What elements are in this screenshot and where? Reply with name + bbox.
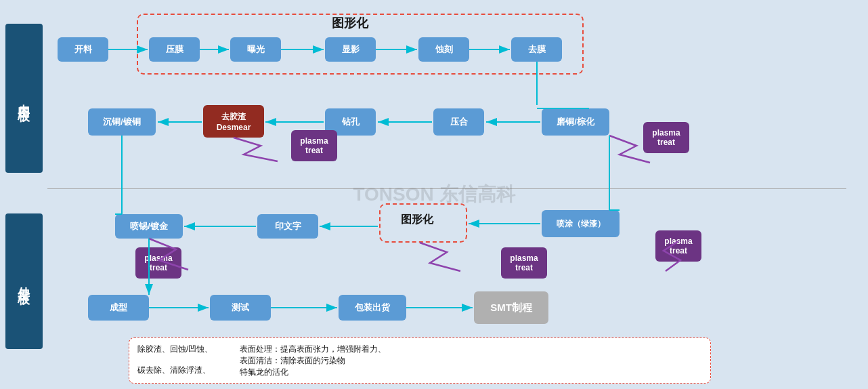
box-laminate: 压合: [433, 108, 484, 136]
note-right-1: 表面处理：提高表面张力，增强附着力、: [240, 344, 386, 355]
box-grind: 磨铜/棕化: [542, 108, 609, 136]
outer-panel: 外层板: [0, 200, 47, 363]
note-left-1: 除胶渣、回蚀/凹蚀、: [137, 344, 213, 355]
outer-label: 外层板: [5, 213, 43, 349]
note-right-3: 特氟龙的活化: [240, 367, 386, 378]
plasma-box-1: plasmatreat: [291, 130, 337, 161]
box-desmear: 去胶渣Desmear: [203, 105, 264, 138]
plasma-box-4: plasmatreat: [501, 247, 547, 279]
box-kaili: 开料: [58, 37, 108, 62]
note-right: 表面处理：提高表面张力，增强附着力、 表面清洁：清除表面的污染物 特氟龙的活化: [240, 344, 386, 378]
note-left-2: [137, 355, 213, 365]
outer-section-title: 图形化: [401, 213, 433, 227]
note-content: 除胶渣、回蚀/凹蚀、 碳去除、清除浮渣、 表面处理：提高表面张力，增强附着力、 …: [137, 344, 702, 378]
inner-section-title: 图形化: [332, 15, 368, 31]
main-container: 内层板 外层板 开料 压膜 曝光 显影 蚀刻 去膜 图形化 沉铜/镀铜 去胶渣D…: [0, 0, 868, 389]
box-test: 测试: [210, 295, 271, 321]
box-spray-ink: 喷涂（绿漆）: [542, 210, 620, 237]
box-pack: 包装出货: [339, 295, 406, 321]
box-print-text: 印文字: [257, 214, 318, 239]
note-box: 除胶渣、回蚀/凹蚀、 碳去除、清除浮渣、 表面处理：提高表面张力，增强附着力、 …: [129, 337, 711, 384]
note-left: 除胶渣、回蚀/凹蚀、 碳去除、清除浮渣、: [137, 344, 213, 378]
plasma-box-3: plasmatreat: [135, 247, 181, 279]
inner-panel: 内层板: [0, 10, 47, 186]
box-shen-copper: 沉铜/镀铜: [88, 108, 156, 136]
box-smt: SMT制程: [474, 291, 548, 324]
plasma-box-5: plasmatreat: [655, 230, 701, 262]
note-left-3: 碳去除、清除浮渣、: [137, 365, 213, 376]
box-shape: 成型: [88, 295, 149, 321]
divider-line: [47, 188, 846, 189]
plasma-box-2: plasmatreat: [643, 122, 689, 153]
note-right-2: 表面清洁：清除表面的污染物: [240, 355, 386, 367]
inner-label: 内层板: [5, 24, 43, 173]
box-spray-gold: 喷锡/镀金: [115, 214, 183, 239]
